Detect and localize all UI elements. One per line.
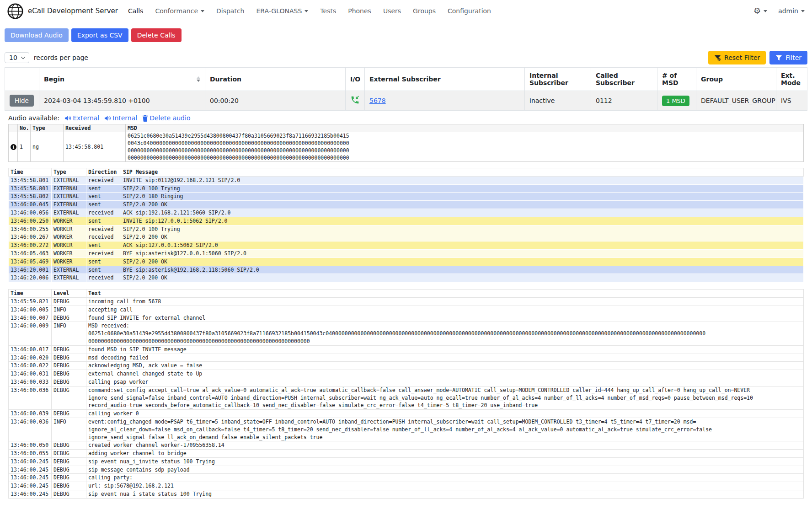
log-row: 13:46:00.007 DEBUG found SIP INVITE for …: [9, 314, 804, 322]
log-row: 13:46:00.017 DEBUG found MSD in SIP INVI…: [9, 345, 804, 354]
user-menu[interactable]: admin: [778, 7, 805, 15]
sip-row: 13:46:00.255 WORKER received SIP/2.0 100…: [9, 225, 804, 233]
log-level: DEBUG: [52, 386, 86, 409]
sip-time: 13:46:00.045: [9, 201, 52, 209]
sort-icon[interactable]: [197, 76, 200, 82]
header-io[interactable]: I/O: [346, 68, 365, 91]
sip-message: ACK sip:127.0.0.1:5062 SIP/2.0: [121, 242, 804, 250]
external-subscriber-link[interactable]: 5678: [369, 97, 386, 104]
log-row: 13:46:00.245 DEBUG url: sip:5678@192.168…: [9, 482, 804, 490]
delete-audio-link[interactable]: Delete audio: [142, 114, 190, 122]
nav-item-tests[interactable]: Tests: [320, 7, 336, 15]
nav-item-groups[interactable]: Groups: [413, 7, 436, 15]
header-internal-subscriber[interactable]: Internal Subscriber: [525, 68, 591, 91]
log-text: calling psap worker: [86, 378, 804, 386]
export-csv-button[interactable]: Export as CSV: [71, 28, 128, 42]
app-title[interactable]: eCall Development Server: [28, 7, 118, 15]
log-text: adding worker channel to bridge: [86, 450, 804, 458]
hide-details-button[interactable]: Hide: [10, 95, 34, 107]
log-level: INFO: [52, 418, 86, 441]
log-text: accepting call: [86, 306, 804, 314]
sip-message: BYE sip:asterisk@127.0.0.1:5060 SIP/2.0: [121, 249, 804, 258]
msd-hex-data: 06251c0680e30a51439e2955d43800800437f80a…: [126, 132, 804, 162]
sip-row: 13:46:20.006 EXTERNAL received SIP/2.0 2…: [9, 274, 804, 282]
nav-item-era-glonass[interactable]: ERA-GLONASS: [256, 7, 309, 15]
audio-internal-link[interactable]: Internal: [104, 114, 137, 122]
sip-direction: received: [86, 249, 121, 258]
nav-item-users[interactable]: Users: [383, 7, 401, 15]
log-row: 13:46:00.033 DEBUG calling psap worker: [9, 378, 804, 386]
main-nav: Calls Conformance Dispatch ERA-GLONASS T…: [128, 7, 491, 15]
sip-header-type: Type: [52, 168, 86, 177]
log-level: DEBUG: [52, 345, 86, 354]
sip-type: EXTERNAL: [52, 209, 86, 217]
per-page-select[interactable]: 10: [5, 52, 29, 63]
header-called-subscriber[interactable]: Called Subscriber: [591, 68, 657, 91]
log-row: 13:46:00.031 DEBUG external channel chan…: [9, 370, 804, 378]
log-time: 13:46:00.055: [9, 450, 52, 458]
username: admin: [778, 7, 798, 15]
sip-header-message: SIP Message: [121, 168, 804, 177]
download-audio-button[interactable]: Download Audio: [5, 28, 69, 42]
log-level: DEBUG: [52, 490, 86, 499]
msd-no: 1: [18, 132, 31, 162]
sip-type: WORKER: [52, 242, 86, 250]
log-time: 13:46:00.033: [9, 378, 52, 386]
sip-message: SIP/2.0 200 OK: [121, 258, 804, 266]
header-msd-count[interactable]: # of MSD: [657, 68, 696, 91]
log-text: sip message contains sdp payload: [86, 466, 804, 474]
sip-message: INVITE sip:0112@192.168.2.121 SIP/2.0: [121, 176, 804, 184]
per-page-label: records per page: [34, 54, 88, 61]
log-text: msd decoding failed: [86, 354, 804, 362]
sip-type: EXTERNAL: [52, 274, 86, 282]
nav-item-conformance[interactable]: Conformance: [155, 7, 204, 15]
log-text: url: sip:5678@192.168.2.121: [86, 482, 804, 490]
nav-item-phones[interactable]: Phones: [348, 7, 371, 15]
sip-row: 13:46:05.463 WORKER received BYE sip:ast…: [9, 249, 804, 258]
nav-item-dispatch[interactable]: Dispatch: [216, 7, 245, 15]
sip-time: 13:46:00.267: [9, 233, 52, 242]
sip-direction: sent: [86, 266, 121, 274]
header-group[interactable]: Group: [696, 68, 776, 91]
header-begin[interactable]: Begin: [39, 68, 205, 91]
log-level: DEBUG: [52, 466, 86, 474]
call-row: Hide 2024-03-04 13:45:59.810 +0100 00:00…: [5, 91, 807, 111]
nav-item-label: ERA-GLONASS: [256, 7, 302, 15]
sip-time: 13:46:00.056: [9, 209, 52, 217]
filter-button[interactable]: Filter: [769, 51, 807, 64]
log-text: calling worker 0: [86, 410, 804, 418]
log-row: 13:46:00.036 DEBUG command:set_config ac…: [9, 386, 804, 409]
chevron-down-icon: [21, 55, 25, 59]
sip-message: SIP/2.0 100 Trying: [121, 184, 804, 193]
sip-direction: sent: [86, 193, 121, 201]
delete-calls-button[interactable]: Delete Calls: [131, 28, 182, 42]
log-time: 13:46:00.031: [9, 370, 52, 378]
log-row: 13:46:00.039 DEBUG calling worker 0: [9, 410, 804, 418]
sip-direction: sent: [86, 242, 121, 250]
header-duration[interactable]: Duration: [205, 68, 346, 91]
nav-item-configuration[interactable]: Configuration: [448, 7, 491, 15]
chevron-down-icon: [801, 10, 805, 12]
sip-message: SIP/2.0 180 Ringing: [121, 193, 804, 201]
log-text: event:config_changed mode=PSAP t6_timer=…: [86, 418, 804, 441]
msd-row: i 1 ng 13:45:58.801 06251c0680e30a51439e…: [9, 132, 804, 162]
log-level: DEBUG: [52, 482, 86, 490]
gear-icon: ⚙: [753, 7, 761, 15]
header-ext-mode[interactable]: Ext. Mode: [776, 68, 807, 91]
log-text: incoming call from 5678: [86, 297, 804, 306]
call-ext-mode: IVS: [776, 91, 807, 111]
reset-filter-button[interactable]: Reset Filter: [708, 51, 766, 64]
settings-menu[interactable]: ⚙: [753, 7, 767, 15]
audio-internal-label: Internal: [112, 114, 137, 122]
log-time: 13:46:00.007: [9, 314, 52, 322]
msd-header-row: No. Type Received MSD: [9, 124, 804, 132]
sip-direction: sent: [86, 258, 121, 266]
toolbar: Download Audio Export as CSV Delete Call…: [5, 28, 807, 42]
audio-external-link[interactable]: External: [64, 114, 99, 122]
sip-message: ACK sip:192.168.2.121:5060 SIP/2.0: [121, 209, 804, 217]
nav-item-calls[interactable]: Calls: [128, 7, 143, 15]
log-row: 13:45:59.821 DEBUG incoming call from 56…: [9, 297, 804, 306]
info-icon[interactable]: i: [11, 144, 16, 150]
msd-header-msd: MSD: [126, 124, 804, 132]
header-external-subscriber[interactable]: External Subscriber: [365, 68, 525, 91]
